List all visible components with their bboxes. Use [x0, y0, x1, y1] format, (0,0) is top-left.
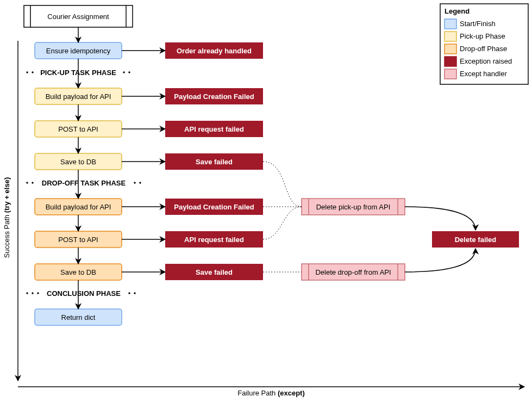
axis-x-bold: (except)	[278, 389, 305, 397]
legend-item-pickup: Pick-up Phase	[460, 32, 505, 40]
axis-x-label: Failure Path	[237, 389, 278, 397]
svg-point-31	[26, 292, 28, 294]
legend: Legend Start/Finish Pick-up Phase Drop-o…	[440, 4, 528, 84]
svg-point-33	[37, 292, 39, 294]
to-exception-arrows	[122, 51, 165, 272]
node-delete-dropoff: Delete drop-off from API	[302, 264, 405, 280]
legend-title: Legend	[445, 7, 470, 15]
svg-text:Build payload for API: Build payload for API	[46, 92, 111, 101]
svg-text:Success Path (try + else): Success Path (try + else)	[3, 177, 11, 258]
svg-rect-9	[445, 69, 456, 79]
legend-item-start: Start/Finish	[460, 20, 496, 28]
svg-point-23	[26, 182, 28, 183]
title-label: Courier Assignment	[47, 13, 109, 21]
svg-point-15	[26, 71, 28, 73]
handler-column: Delete pick-up from API Delete drop-off …	[302, 199, 405, 280]
svg-point-32	[32, 292, 33, 294]
svg-text:Save to DB: Save to DB	[60, 268, 96, 276]
svg-rect-8	[445, 57, 456, 66]
svg-text:Failure Path (except): Failure Path (except)	[237, 389, 305, 397]
svg-point-35	[134, 292, 135, 294]
exception-column: Order already handled Payload Creation F…	[165, 42, 263, 280]
legend-item-exception: Exception raised	[460, 57, 512, 65]
svg-point-16	[32, 71, 33, 73]
svg-text:Order already handled: Order already handled	[177, 47, 252, 55]
axis-y-bold: (try + else)	[3, 177, 11, 213]
svg-text:CONCLUSION PHASE: CONCLUSION PHASE	[47, 289, 121, 298]
svg-rect-6	[445, 32, 456, 41]
svg-text:POST to API: POST to API	[58, 125, 98, 133]
svg-text:Payload Creation Failed: Payload Creation Failed	[174, 203, 254, 211]
dotted-to-pickup	[263, 162, 302, 239]
axis-y-label: Success Path	[3, 213, 11, 258]
legend-item-handler: Except handler	[460, 70, 507, 78]
svg-text:Save failed: Save failed	[196, 268, 233, 276]
svg-text:Return dict: Return dict	[61, 313, 96, 321]
phase-conclusion-label: CONCLUSION PHASE	[26, 289, 135, 298]
svg-text:Delete drop-off from API: Delete drop-off from API	[315, 268, 391, 276]
svg-point-26	[139, 182, 141, 183]
svg-rect-5	[445, 19, 456, 29]
svg-rect-7	[445, 44, 456, 54]
svg-text:API request failed: API request failed	[184, 125, 244, 133]
svg-text:Delete pick-up from API: Delete pick-up from API	[316, 203, 391, 211]
svg-text:API request failed: API request failed	[184, 236, 244, 244]
node-delete-pickup: Delete pick-up from API	[302, 199, 405, 215]
svg-text:Build payload for API: Build payload for API	[46, 203, 111, 211]
svg-point-17	[123, 71, 124, 73]
svg-point-24	[32, 182, 33, 183]
svg-text:Payload Creation Failed: Payload Creation Failed	[174, 92, 254, 101]
title-box: Courier Assignment	[24, 5, 133, 27]
phase-dropoff-label: DROP-OFF TASK PHASE	[26, 179, 141, 187]
svg-point-34	[128, 292, 130, 294]
flow-column: Ensure idempotency PICK-UP TASK PHASE Bu…	[26, 42, 141, 325]
svg-text:Ensure idempotency: Ensure idempotency	[46, 47, 111, 55]
svg-text:DROP-OFF TASK PHASE: DROP-OFF TASK PHASE	[42, 179, 126, 187]
svg-text:Delete failed: Delete failed	[455, 236, 497, 244]
svg-text:Save to DB: Save to DB	[60, 158, 96, 166]
node-delete-failed: Delete failed	[432, 231, 519, 248]
svg-text:Save failed: Save failed	[196, 158, 233, 166]
svg-point-18	[128, 71, 130, 73]
legend-item-dropoff: Drop-off Phase	[460, 45, 507, 53]
svg-text:POST to API: POST to API	[58, 236, 98, 244]
svg-point-25	[134, 182, 135, 183]
